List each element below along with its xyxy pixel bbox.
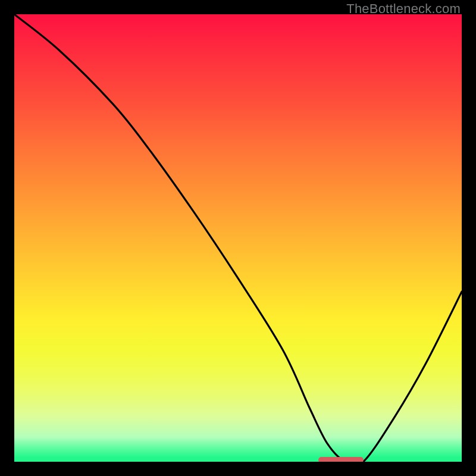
bottleneck-gradient-background [14,14,462,462]
plot-area [14,14,462,462]
chart-frame [14,14,462,462]
optimal-range-marker [318,457,363,462]
